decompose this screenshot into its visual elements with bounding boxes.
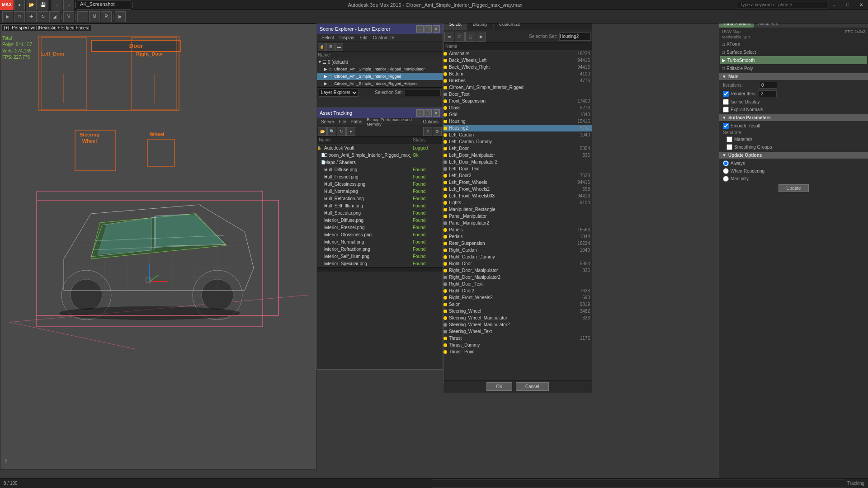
rotate-btn[interactable]: ↻ bbox=[38, 11, 48, 22]
turbosmooth-stack-item[interactable]: ▶ TurboSmooth bbox=[720, 56, 867, 64]
sfs-list-item[interactable]: Panels16566 bbox=[443, 226, 592, 233]
at-list-item[interactable]: ■Interior_Fresnel.pngFound bbox=[317, 224, 443, 231]
iterations-input[interactable] bbox=[759, 82, 777, 89]
open-btn[interactable]: 📂 bbox=[26, 0, 37, 10]
sfs-list-item[interactable]: Right_Front_Wheels2698 bbox=[443, 294, 592, 301]
at-settings-btn[interactable]: ⚙ bbox=[433, 127, 442, 136]
at-help-btn[interactable]: ? bbox=[423, 127, 432, 136]
sfs-select-all-btn[interactable]: ☰ bbox=[444, 32, 454, 42]
sfs-list-item[interactable]: Back_Wheels_Right94416 bbox=[443, 64, 592, 70]
sfs-list-item[interactable]: Right_Door_Manipulator336 bbox=[443, 267, 592, 274]
sfs-list-item[interactable]: Door_Text bbox=[443, 91, 592, 98]
sfs-cancel-btn[interactable]: Cancel bbox=[516, 382, 549, 391]
sfs-list-item[interactable]: Housing15416 bbox=[443, 118, 592, 125]
xform-label[interactable]: □ XForm bbox=[720, 40, 867, 48]
at-minimize-btn[interactable]: – bbox=[416, 109, 424, 117]
at-list-item[interactable]: 🔒Autodesk VaultLogged bbox=[317, 144, 443, 151]
sfs-list-item[interactable]: Lights9104 bbox=[443, 199, 592, 206]
se-minimize-btn[interactable]: – bbox=[416, 25, 424, 33]
sfs-list-item[interactable]: Salon9819 bbox=[443, 301, 592, 308]
sfs-list-item[interactable]: Grid1040 bbox=[443, 111, 592, 118]
surface-select-label[interactable]: □ Surface Select bbox=[720, 48, 867, 56]
at-restore-btn[interactable]: □ bbox=[425, 109, 432, 117]
sfs-none-btn[interactable]: △ bbox=[465, 32, 475, 42]
sfs-list-item[interactable]: Housing25742 bbox=[443, 125, 592, 131]
sfs-list-item[interactable]: Left_Door5854 bbox=[443, 145, 592, 152]
sfs-list-item[interactable]: Thrust_Point bbox=[443, 348, 592, 355]
se-lock-btn[interactable]: 🔒 bbox=[318, 43, 326, 51]
at-menu-bitmap[interactable]: Bitmap Performance and Memory bbox=[364, 117, 420, 127]
materials-checkbox[interactable] bbox=[726, 136, 732, 142]
redo-btn[interactable]: → bbox=[63, 0, 74, 10]
sfs-list-item[interactable]: Left_Cardan_Dummy bbox=[443, 138, 592, 145]
sfs-list-item[interactable]: Panel_Manipulator2 bbox=[443, 220, 592, 226]
se-menu-display[interactable]: Display bbox=[337, 35, 357, 40]
update-btn[interactable]: Update bbox=[778, 184, 808, 192]
sfs-list-item[interactable]: Right_Door_Text bbox=[443, 281, 592, 287]
at-scrollbar[interactable] bbox=[317, 267, 443, 272]
sfs-list-item[interactable]: Thrust1176 bbox=[443, 335, 592, 342]
tree-item-rigged[interactable]: ▶ □ Citroen_Ami_Simple_Interior_Rigged bbox=[317, 73, 443, 80]
sfs-list-item[interactable]: Brushes4776 bbox=[443, 77, 592, 84]
at-list-item[interactable]: ■Hull_Self_Illum.pngFound bbox=[317, 202, 443, 209]
smooth-result-checkbox[interactable] bbox=[723, 123, 729, 129]
at-active-btn[interactable]: ● bbox=[346, 127, 355, 136]
se-menu-edit[interactable]: Edit bbox=[357, 35, 370, 40]
main-section-bar[interactable]: ▼ Main bbox=[719, 73, 868, 80]
layer-explorer-dropdown[interactable]: Layer Explorer bbox=[319, 89, 359, 97]
sfs-list-item[interactable]: Right_Cardan1040 bbox=[443, 247, 592, 253]
timeline[interactable] bbox=[432, 479, 845, 488]
at-list-item[interactable]: ■Hull_Normal.pngFound bbox=[317, 188, 443, 195]
at-menu-file[interactable]: File bbox=[336, 119, 348, 124]
minimize-btn[interactable]: – bbox=[827, 0, 841, 10]
at-list-item[interactable]: ■Hull_Glossiness.pngFound bbox=[317, 180, 443, 188]
sfs-list-item[interactable]: Right_Door_Manipulator2 bbox=[443, 274, 592, 281]
at-folder-btn[interactable]: 📂 bbox=[318, 127, 327, 136]
se-menu-customize[interactable]: Customize bbox=[370, 35, 397, 40]
explicit-normals-checkbox[interactable] bbox=[723, 107, 729, 113]
sfs-list-item[interactable]: Rear_Suspension18224 bbox=[443, 240, 592, 247]
se-flat-btn[interactable]: ▬ bbox=[335, 43, 343, 51]
when-rendering-radio[interactable] bbox=[723, 168, 729, 174]
sfs-list-item[interactable]: Right_Cardan_Dummy bbox=[443, 253, 592, 260]
sfs-list-item[interactable]: Steering_Wheel_Manipulator336 bbox=[443, 314, 592, 321]
sfs-list-item[interactable]: Left_Front_Wheels94416 bbox=[443, 179, 592, 186]
sfs-list-item[interactable]: Panel_Manipulator bbox=[443, 213, 592, 220]
new-btn[interactable]: ● bbox=[14, 0, 25, 10]
asset-tracking-titlebar[interactable]: Asset Tracking – □ ✕ bbox=[317, 108, 443, 118]
tree-item-default-layer[interactable]: ▼ ☰ 0 (default) bbox=[317, 58, 443, 66]
always-radio[interactable] bbox=[723, 160, 729, 166]
layer-btn[interactable]: L bbox=[77, 11, 88, 22]
at-refresh-btn[interactable]: ↻ bbox=[337, 127, 346, 136]
at-list-item[interactable]: ■Hull_Specular.pngFound bbox=[317, 209, 443, 216]
sfs-list-item[interactable]: Steering_Wheel_Text bbox=[443, 328, 592, 335]
se-restore-btn[interactable]: □ bbox=[425, 25, 432, 33]
sfs-list-item[interactable]: Citroen_Ami_Simple_Interior_Rigged bbox=[443, 84, 592, 91]
sfs-list-item[interactable]: Steering_Wheel_Manipulator2 bbox=[443, 321, 592, 328]
search-input[interactable] bbox=[737, 1, 827, 9]
sfs-list-item[interactable]: Thrust_Dummy bbox=[443, 342, 592, 348]
scale-btn[interactable]: ◢ bbox=[49, 11, 60, 22]
ref-coord-btn[interactable]: V bbox=[63, 11, 74, 22]
se-menu-select[interactable]: Select bbox=[319, 35, 337, 40]
close-btn[interactable]: ✕ bbox=[854, 0, 868, 10]
sfs-list-item[interactable]: Bottom4100 bbox=[443, 70, 592, 77]
move-btn[interactable]: ✚ bbox=[26, 11, 37, 22]
sfs-list-item[interactable]: Pedals1344 bbox=[443, 233, 592, 240]
sfs-list-item[interactable]: Armchairs18224 bbox=[443, 50, 592, 57]
render-iters-checkbox[interactable] bbox=[723, 91, 729, 97]
tree-item-helpers[interactable]: ▶ □ Citroen_Ami_Simple_Interior_Rigged_H… bbox=[317, 80, 443, 87]
se-tree-btn[interactable]: ☰ bbox=[326, 43, 335, 51]
sfs-list-item[interactable]: Glass5276 bbox=[443, 104, 592, 111]
at-list-item[interactable]: ■Hull_Fresnel.pngFound bbox=[317, 173, 443, 180]
workspace-name[interactable]: AK_Screenshot bbox=[77, 0, 131, 10]
sfs-list-item[interactable]: Right_Door5854 bbox=[443, 260, 592, 267]
surface-params-bar[interactable]: ▼ Surface Parameters bbox=[719, 114, 868, 121]
sfs-ok-btn[interactable]: OK bbox=[486, 382, 512, 391]
select-obj-btn[interactable]: ▶ bbox=[2, 11, 13, 22]
sfs-list-item[interactable]: Left_Door_Text bbox=[443, 165, 592, 172]
undo-btn[interactable]: ← bbox=[52, 0, 62, 10]
at-list-item[interactable]: ■Interior_Normal.pngFound bbox=[317, 238, 443, 245]
se-close-btn[interactable]: ✕ bbox=[433, 25, 440, 33]
sfs-list-item[interactable]: Left_Front_Wheels2698 bbox=[443, 186, 592, 192]
